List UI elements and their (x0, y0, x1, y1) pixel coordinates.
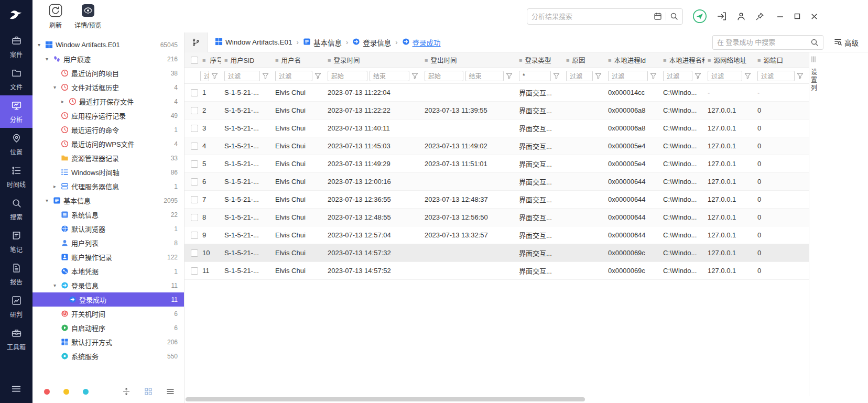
column-header-login[interactable]: ≡登录时间 (324, 52, 421, 68)
caret-icon[interactable]: ▾ (46, 198, 53, 203)
pin-icon[interactable] (755, 12, 764, 21)
tree-item-16[interactable]: 本地凭据1 (32, 264, 184, 278)
table-row[interactable]: 9S-1-5-21-...Elvis Chui2023-07-13 12:57:… (185, 226, 809, 244)
column-header-logout[interactable]: ≡登出时间 (421, 52, 516, 68)
column-settings-rail[interactable]: 设置列 (809, 52, 818, 396)
tree-item-17[interactable]: ▾登录信息11 (32, 278, 184, 292)
column-header-pid[interactable]: ≡本地进程Id (605, 52, 660, 68)
table-row[interactable]: 6S-1-5-21-...Elvis Chui2023-07-13 12:00:… (185, 173, 809, 191)
row-checkbox[interactable] (191, 125, 198, 132)
search-icon[interactable] (810, 38, 819, 47)
sidebar-item-files[interactable]: 文件 (0, 63, 32, 95)
filter-input-login-0[interactable]: 起始 (328, 71, 367, 81)
table-row[interactable]: 11S-1-5-21-...Elvis Chui2023-07-13 14:57… (185, 262, 809, 280)
send-report-icon[interactable] (692, 9, 707, 24)
table-row[interactable]: 10S-1-5-21-...Elvis Chui2023-07-13 14:57… (185, 244, 809, 262)
column-header-addr[interactable]: ≡源网络地址 (704, 52, 754, 68)
caret-icon[interactable]: ▾ (53, 84, 61, 90)
filter-funnel-icon[interactable] (411, 72, 418, 79)
tree-item-0[interactable]: ▾Window Artifacts.E0165045 (32, 38, 184, 52)
filter-funnel-icon[interactable] (695, 72, 701, 79)
column-header-seq[interactable]: ≡序号 (185, 52, 221, 68)
filter-funnel-icon[interactable] (797, 72, 804, 79)
filter-funnel-icon[interactable] (650, 72, 657, 79)
tree-item-2[interactable]: 最近访问的项目38 (32, 66, 184, 80)
row-checkbox[interactable] (191, 196, 198, 203)
breadcrumb-item-3[interactable]: 登录成功 (402, 37, 441, 48)
search-icon[interactable] (670, 12, 678, 20)
tree-item-19[interactable]: 开关机时间6 (32, 307, 184, 321)
caret-icon[interactable]: ▸ (53, 183, 61, 189)
sidebar-item-toolbox[interactable]: 工具箱 (0, 323, 32, 355)
tree-item-20[interactable]: 自启动程序6 (32, 321, 184, 335)
breadcrumb-item-1[interactable]: 基本信息 (303, 37, 342, 48)
tree-item-11[interactable]: ▾基本信息2095 (32, 193, 184, 208)
tree-item-3[interactable]: ▾文件对话框历史4 (32, 80, 184, 94)
filter-input-logout-1[interactable]: 结束 (465, 71, 504, 81)
table-row[interactable]: 5S-1-5-21-...Elvis Chui2023-07-13 11:49:… (185, 155, 809, 173)
filter-input-addr[interactable]: 过滤 (708, 71, 742, 81)
filter-funnel-icon[interactable] (262, 72, 269, 79)
filter-input-pname[interactable]: 过滤 (663, 71, 692, 81)
tree-item-22[interactable]: 系统服务550 (32, 349, 184, 363)
table-row[interactable]: 8S-1-5-21-...Elvis Chui2023-07-13 12:48:… (185, 209, 809, 226)
refresh-button[interactable]: 刷新 (44, 4, 67, 29)
caret-icon[interactable]: ▾ (53, 282, 61, 288)
row-checkbox[interactable] (191, 143, 198, 150)
filter-funnel-icon[interactable] (553, 72, 560, 79)
sidebar-item-search[interactable]: 搜索 (0, 193, 32, 225)
select-all-checkbox[interactable] (191, 57, 198, 64)
row-checkbox[interactable] (191, 89, 198, 96)
sidebar-item-judge[interactable]: 研判 (0, 290, 32, 323)
preview-button[interactable]: 详情/预览 (74, 4, 101, 29)
minimize-button[interactable] (777, 13, 784, 20)
tree-item-14[interactable]: 用户列表8 (32, 236, 184, 250)
filter-input-port[interactable]: 过滤 (757, 71, 795, 81)
row-checkbox[interactable] (191, 178, 198, 186)
export-icon[interactable] (717, 11, 727, 21)
maximize-button[interactable] (794, 13, 800, 19)
tree-item-12[interactable]: 系统信息22 (32, 208, 184, 222)
filter-input-user[interactable]: 过滤 (275, 71, 312, 81)
filter-input-logout-0[interactable]: 起始 (425, 71, 463, 81)
row-checkbox[interactable] (191, 249, 198, 257)
row-checkbox[interactable] (191, 214, 198, 221)
horizontal-scrollbar-thumb[interactable] (186, 397, 585, 401)
filter-input-seq[interactable]: 过滤 (200, 71, 209, 81)
row-checkbox[interactable] (191, 107, 198, 114)
tree-item-7[interactable]: 最近访问的WPS文件4 (32, 137, 184, 151)
row-checkbox[interactable] (191, 160, 198, 168)
sidebar-item-analysis[interactable]: 分析 (0, 95, 32, 128)
filter-input-type[interactable]: * (519, 71, 551, 81)
column-header-type[interactable]: ≡登录类型 (516, 52, 563, 68)
column-header-user[interactable]: ≡用户名 (272, 52, 324, 68)
sidebar-item-case[interactable]: 案件 (0, 30, 32, 63)
tag-dot-yellow[interactable] (63, 389, 69, 395)
breadcrumb-item-2[interactable]: 登录信息 (352, 37, 391, 48)
table-row[interactable]: 4S-1-5-21-...Elvis Chui2023-07-13 11:45:… (185, 137, 809, 155)
horizontal-scrollbar[interactable] (185, 396, 809, 403)
table-row[interactable]: 1S-1-5-21-...Elvis Chui2023-07-13 11:22:… (185, 84, 809, 102)
caret-icon[interactable]: ▾ (38, 42, 45, 48)
tree-item-4[interactable]: ▸最近打开保存文件4 (32, 94, 184, 108)
filter-input-sid[interactable]: 过滤 (224, 71, 260, 81)
tag-dot-cyan[interactable] (83, 389, 89, 395)
column-header-port[interactable]: ≡源端口 (754, 52, 807, 68)
sidebar-item-notes[interactable]: 笔记 (0, 225, 32, 258)
filter-funnel-icon[interactable] (314, 72, 321, 79)
sidebar-item-timeline[interactable]: 时间线 (0, 160, 32, 193)
sidebar-item-report[interactable]: 报告 (0, 258, 32, 290)
analysis-search-input[interactable] (531, 13, 650, 20)
filter-input-pid[interactable]: 过滤 (608, 71, 648, 81)
menu-icon[interactable] (10, 383, 22, 395)
column-header-reason[interactable]: ≡原因 (563, 52, 605, 68)
tree-item-9[interactable]: Windows时间轴86 (32, 165, 184, 179)
filter-funnel-icon[interactable] (744, 72, 751, 79)
filter-input-reason[interactable]: 过滤 (566, 71, 593, 81)
tree-item-10[interactable]: ▸代理服务器信息1 (32, 179, 184, 193)
table-row[interactable]: 7S-1-5-21-...Elvis Chui2023-07-13 12:36:… (185, 191, 809, 209)
filter-input-login-1[interactable]: 结束 (370, 71, 409, 81)
tag-dot-red[interactable] (44, 389, 50, 395)
row-checkbox[interactable] (191, 267, 198, 275)
tree-item-18[interactable]: 登录成功11 (32, 292, 184, 307)
